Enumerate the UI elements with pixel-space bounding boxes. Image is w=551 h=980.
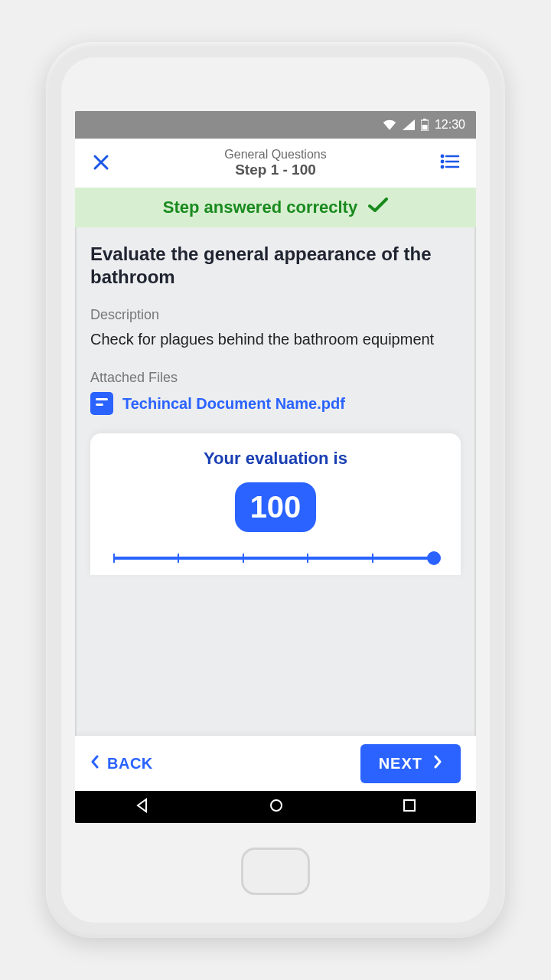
evaluation-title: Your evaluation is [109,449,442,469]
close-icon[interactable] [86,150,116,176]
next-button[interactable]: NEXT [360,744,461,783]
svg-point-3 [442,155,443,157]
attached-files-label: Attached Files [90,370,461,386]
app-header: General Questions Step 1 - 100 [75,139,476,188]
next-label: NEXT [379,755,422,773]
header-title: Step 1 - 100 [116,162,435,179]
svg-point-5 [442,161,443,162]
checkmark-icon [368,198,388,217]
success-text: Step answered correclty [163,198,357,217]
android-navbar [75,791,476,823]
status-bar: 12:30 [75,111,476,139]
nav-back-icon[interactable] [135,798,150,816]
chevron-right-icon [433,755,442,773]
evaluation-card: Your evaluation is 100 [90,433,461,575]
description-label: Description [90,307,461,323]
success-banner: Step answered correclty [75,188,476,227]
content-area: Evaluate the general appearance of the b… [75,227,476,575]
description-text: Check for plagues behind the bathroom eq… [90,329,461,350]
svg-point-7 [442,166,443,168]
nav-recent-icon[interactable] [403,799,416,815]
wifi-icon [383,119,396,130]
header-subtitle: General Questions [116,147,435,162]
app-screen: 12:30 General Questions Step 1 - 100 [75,111,476,823]
back-button[interactable]: BACK [90,755,153,773]
slider-thumb[interactable] [427,551,441,565]
attached-file-row[interactable]: Techincal Document Name.pdf [90,392,461,415]
evaluation-score: 100 [235,482,317,532]
back-label: BACK [107,755,153,773]
svg-point-9 [271,800,282,811]
evaluation-slider[interactable] [113,549,438,567]
bottom-action-bar: BACK NEXT [75,736,476,791]
status-time: 12:30 [435,118,465,132]
signal-icon [403,119,415,130]
phone-frame: 12:30 General Questions Step 1 - 100 [46,42,505,938]
slider-ticks [113,554,438,563]
document-icon [90,392,113,415]
phone-home-button[interactable] [241,848,310,895]
svg-rect-2 [422,125,427,130]
chevron-left-icon [90,755,99,773]
battery-icon [421,119,429,131]
nav-home-icon[interactable] [269,798,284,816]
list-icon[interactable] [435,154,465,172]
svg-rect-10 [404,800,415,811]
question-title: Evaluate the general appearance of the b… [90,243,461,289]
svg-rect-1 [423,119,426,120]
attached-file-name: Techincal Document Name.pdf [122,395,345,413]
